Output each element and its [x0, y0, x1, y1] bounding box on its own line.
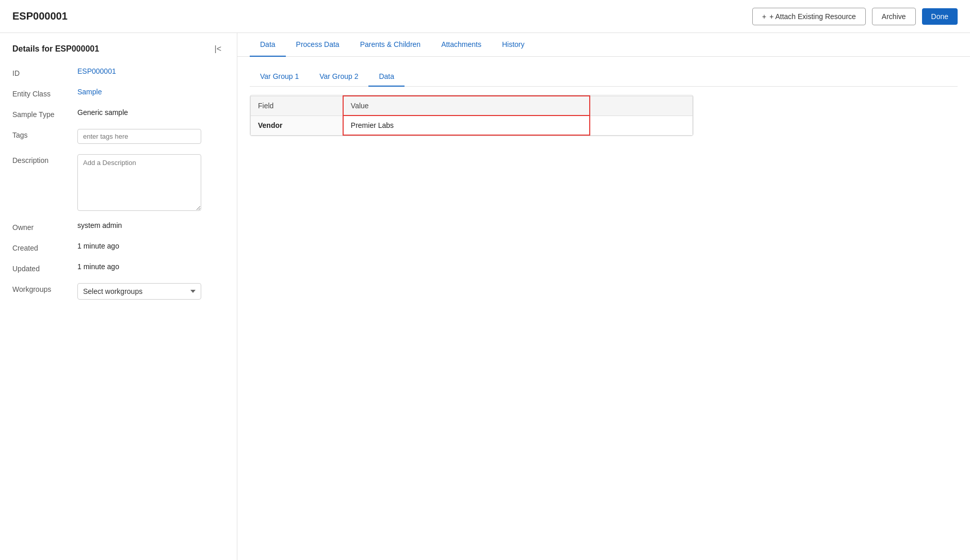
column-header-extra	[590, 96, 693, 116]
collapse-button[interactable]: |<	[212, 43, 225, 55]
id-value[interactable]: ESP000001	[77, 67, 224, 75]
inner-tabs-bar: Var Group 1 Var Group 2 Data	[250, 67, 958, 87]
workgroups-select[interactable]: Select workgroups	[77, 283, 201, 300]
data-table: Field Value Vendor	[250, 95, 693, 136]
done-button[interactable]: Done	[922, 8, 958, 25]
owner-label: Owner	[12, 221, 69, 232]
field-cell-vendor: Vendor	[251, 116, 343, 135]
tab-attachments[interactable]: Attachments	[431, 33, 492, 57]
description-field-row: Description	[12, 154, 224, 211]
description-label: Description	[12, 154, 69, 164]
inner-tab-var-group-1[interactable]: Var Group 1	[250, 67, 309, 87]
updated-field-row: Updated 1 minute ago	[12, 262, 224, 273]
created-value: 1 minute ago	[77, 242, 224, 250]
sample-type-value: Generic sample	[77, 108, 224, 117]
entity-class-label: Entity Class	[12, 88, 69, 98]
workgroups-field-row: Workgroups Select workgroups	[12, 283, 224, 300]
table-header-row: Field Value	[251, 96, 693, 116]
entity-class-field-row: Entity Class Sample	[12, 88, 224, 98]
tab-history[interactable]: History	[492, 33, 535, 57]
header: ESP000001 + + Attach Existing Resource A…	[0, 0, 970, 33]
right-panel: Data Process Data Parents & Children Att…	[237, 33, 970, 560]
id-label: ID	[12, 67, 69, 77]
sidebar: Details for ESP000001 |< ID ESP000001 En…	[0, 33, 237, 560]
attach-existing-resource-button[interactable]: + + Attach Existing Resource	[752, 8, 866, 25]
content-area: Var Group 1 Var Group 2 Data Field Value	[237, 57, 970, 560]
owner-field-row: Owner system admin	[12, 221, 224, 232]
sidebar-title: Details for ESP000001	[12, 44, 99, 54]
sample-type-label: Sample Type	[12, 108, 69, 119]
data-table-wrapper: Field Value Vendor	[250, 95, 693, 136]
sample-type-field-row: Sample Type Generic sample	[12, 108, 224, 119]
id-field-row: ID ESP000001	[12, 67, 224, 77]
column-header-value: Value	[343, 96, 590, 116]
table-row: Vendor	[251, 116, 693, 135]
value-cell-vendor[interactable]	[343, 116, 590, 135]
tags-field-row: Tags	[12, 129, 224, 144]
extra-cell-vendor	[590, 116, 693, 135]
tab-parents-children[interactable]: Parents & Children	[350, 33, 431, 57]
inner-tab-data[interactable]: Data	[368, 67, 405, 87]
main-tabs-bar: Data Process Data Parents & Children Att…	[237, 33, 970, 57]
main-container: Details for ESP000001 |< ID ESP000001 En…	[0, 33, 970, 560]
inner-tab-var-group-2[interactable]: Var Group 2	[309, 67, 368, 87]
page-title: ESP000001	[12, 10, 68, 22]
archive-button[interactable]: Archive	[872, 8, 916, 25]
vendor-value-input[interactable]	[344, 116, 589, 135]
plus-icon: +	[762, 12, 766, 21]
updated-label: Updated	[12, 262, 69, 273]
tags-label: Tags	[12, 129, 69, 139]
updated-value: 1 minute ago	[77, 262, 224, 271]
owner-value: system admin	[77, 221, 224, 229]
tab-process-data[interactable]: Process Data	[286, 33, 350, 57]
entity-class-value[interactable]: Sample	[77, 88, 224, 96]
created-label: Created	[12, 242, 69, 252]
tags-input[interactable]	[77, 129, 201, 144]
workgroups-label: Workgroups	[12, 283, 69, 293]
header-actions: + + Attach Existing Resource Archive Don…	[752, 8, 958, 25]
description-textarea[interactable]	[77, 154, 201, 211]
tab-data[interactable]: Data	[250, 33, 286, 57]
column-header-field: Field	[251, 96, 343, 116]
created-field-row: Created 1 minute ago	[12, 242, 224, 252]
sidebar-header: Details for ESP000001 |<	[12, 43, 224, 55]
